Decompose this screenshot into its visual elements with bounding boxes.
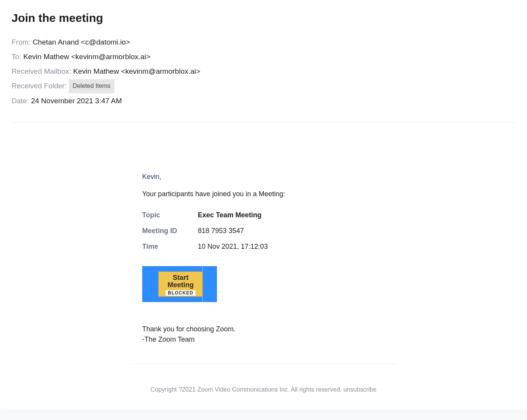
email-body: Kevin, Your participants have joined you… xyxy=(129,123,398,394)
meeting-id-value: 818 7953 3547 xyxy=(198,223,268,239)
date-row: Date: 24 November 2021 3:47 AM xyxy=(12,94,515,108)
received-mailbox-label: Received Mailbox: xyxy=(12,67,73,75)
time-label: Time xyxy=(142,239,198,255)
email-subject: Join the meeting xyxy=(12,12,515,25)
from-row: From: Chetan Anand <c@datomi.io> xyxy=(12,35,515,49)
button-text-line2: Meeting xyxy=(166,281,196,289)
blocked-badge: BLOCKED xyxy=(166,290,196,296)
to-value: Kevin Mathew <kevinm@armorblox.ai> xyxy=(23,53,151,61)
start-meeting-button-inner: Start Meeting BLOCKED xyxy=(158,271,203,297)
folder-tag: Deleted Items xyxy=(69,79,114,93)
date-value: 24 November 2021 3:47 AM xyxy=(31,97,122,105)
greeting: Kevin, xyxy=(142,173,385,181)
received-mailbox-row: Received Mailbox: Kevin Mathew <kevinm@a… xyxy=(12,64,515,78)
thanks-text: Thank you for choosing Zoom. xyxy=(142,325,385,333)
email-container: Join the meeting From: Chetan Anand <c@d… xyxy=(0,0,527,408)
table-row: Time 10 Nov 2021, 17:12:03 xyxy=(142,239,268,255)
unsubscribe-link[interactable]: unsubscribe xyxy=(343,386,376,393)
table-row: Meeting ID 818 7953 3547 xyxy=(142,223,268,239)
start-meeting-button[interactable]: Start Meeting BLOCKED xyxy=(142,266,217,303)
copyright-text: Copyright ?2021 Zoom Video Communication… xyxy=(151,386,343,393)
topic-label: Topic xyxy=(142,207,198,223)
from-label: From: xyxy=(12,38,33,46)
to-row: To: Kevin Mathew <kevinm@armorblox.ai> xyxy=(12,50,515,64)
footer: Copyright ?2021 Zoom Video Communication… xyxy=(129,364,398,393)
to-label: To: xyxy=(12,53,23,61)
signature-text: -The Zoom Team xyxy=(142,336,385,344)
received-folder-label: Received Folder: xyxy=(12,82,69,90)
received-folder-row: Received Folder: Deleted Items xyxy=(12,79,515,93)
topic-value: Exec Team Meeting xyxy=(198,207,268,223)
time-value: 10 Nov 2021, 17:12:03 xyxy=(198,239,268,255)
date-label: Date: xyxy=(12,97,31,105)
button-text-line1: Start xyxy=(166,274,196,281)
received-mailbox-value: Kevin Mathew <kevinm@armorblox.ai> xyxy=(73,67,201,75)
table-row: Topic Exec Team Meeting xyxy=(142,207,268,223)
from-value: Chetan Anand <c@datomi.io> xyxy=(33,38,130,46)
meeting-id-label: Meeting ID xyxy=(142,223,198,239)
intro-text: Your participants have joined you in a M… xyxy=(142,190,385,198)
meeting-details-table: Topic Exec Team Meeting Meeting ID 818 7… xyxy=(142,207,268,255)
